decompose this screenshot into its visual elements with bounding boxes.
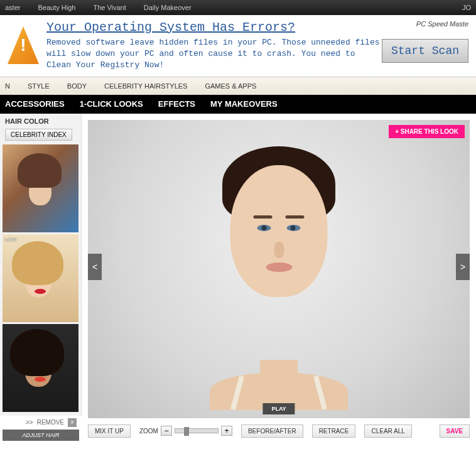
topbar-links: aster Beauty High The Vivant Daily Makeo…	[5, 4, 192, 11]
topbar-link[interactable]: Beauty High	[38, 4, 75, 11]
ad-banner: ! Your Operating System Has Errors? Remo…	[0, 15, 476, 77]
prev-arrow-button[interactable]: <	[88, 254, 102, 280]
warning-icon: !	[8, 26, 39, 64]
adjust-hair-button[interactable]: ADJUST HAIR	[3, 430, 79, 441]
close-icon[interactable]: ×	[68, 418, 77, 427]
save-button[interactable]: SAVE	[440, 425, 470, 438]
hairstyle-thumb[interactable]	[3, 324, 78, 412]
hairstyle-thumb[interactable]: LOW	[3, 234, 78, 322]
nav-item[interactable]: 1-CLICK LOOKS	[80, 99, 143, 109]
nav-item[interactable]: CELEBRITY HAIRSTYLES	[104, 82, 187, 90]
thumbnail-list: LOW	[3, 144, 78, 412]
makeover-canvas: + SHARE THIS LOOK < > PLAY	[88, 120, 470, 418]
ad-right: PC Speed Maste Start Scan	[382, 20, 468, 63]
zoom-thumb[interactable]	[184, 427, 189, 436]
nav-item[interactable]: ACCESSORIES	[5, 99, 65, 109]
ad-title[interactable]: Your Operating System Has Errors?	[46, 20, 382, 35]
main-area: HAIR COLOR CELEBRITY INDEX LOW >> REMOVE…	[0, 114, 476, 444]
topbar-join[interactable]: JO	[462, 4, 471, 11]
ad-body: Removed software leave hidden files in y…	[46, 37, 382, 72]
play-button[interactable]: PLAY	[262, 403, 295, 414]
secondary-nav: ACCESSORIES 1-CLICK LOOKS EFFECTS MY MAK…	[0, 95, 476, 114]
primary-nav: N STYLE BODY CELEBRITY HAIRSTYLES GAMES …	[0, 77, 476, 95]
topbar-link[interactable]: The Vivant	[93, 4, 126, 11]
zoom-slider[interactable]	[175, 428, 219, 433]
sidebar-bottom: >> REMOVE × ADJUST HAIR	[0, 416, 82, 443]
ad-content: Your Operating System Has Errors? Remove…	[46, 20, 382, 72]
remove-row: >> REMOVE ×	[3, 418, 79, 427]
remove-label: REMOVE	[37, 419, 64, 426]
before-after-button[interactable]: BEFORE/AFTER	[241, 425, 303, 438]
hairstyle-thumb[interactable]	[3, 144, 78, 232]
sidebar: HAIR COLOR CELEBRITY INDEX LOW	[0, 114, 82, 416]
mix-it-up-button[interactable]: MIX IT UP	[88, 425, 131, 438]
canvas-toolbar: MIX IT UP ZOOM − + BEFORE/AFTER RETRACE …	[88, 418, 470, 438]
zoom-out-button[interactable]: −	[161, 426, 172, 436]
zoom-label: ZOOM	[139, 428, 158, 435]
start-scan-button[interactable]: Start Scan	[382, 39, 468, 63]
nav-item[interactable]: EFFECTS	[158, 99, 195, 109]
nav-item[interactable]: BODY	[67, 82, 87, 90]
retrace-button[interactable]: RETRACE	[312, 425, 356, 438]
nav-item[interactable]: MY MAKEOVERS	[210, 99, 278, 109]
model-face-image	[191, 127, 367, 410]
zoom-control: ZOOM − +	[139, 426, 232, 436]
ad-brand: PC Speed Maste	[416, 20, 468, 28]
canvas-area: + SHARE THIS LOOK < > PLAY	[82, 114, 476, 444]
celebrity-index-button[interactable]: CELEBRITY INDEX	[5, 129, 72, 141]
topbar-link[interactable]: Daily Makeover	[144, 4, 192, 11]
clear-all-button[interactable]: CLEAR ALL	[364, 425, 411, 438]
sidebar-title: HAIR COLOR	[3, 117, 78, 125]
next-arrow-button[interactable]: >	[456, 254, 470, 280]
sidebar-column: HAIR COLOR CELEBRITY INDEX LOW >> REMOVE…	[0, 114, 82, 444]
zoom-in-button[interactable]: +	[221, 426, 232, 436]
nav-item[interactable]: N	[5, 82, 10, 90]
topbar-link[interactable]: aster	[5, 4, 20, 11]
share-look-button[interactable]: + SHARE THIS LOOK	[389, 125, 465, 138]
topbar-right: JO	[462, 3, 471, 12]
nav-item[interactable]: STYLE	[28, 82, 50, 90]
arrows-label: >>	[26, 419, 33, 426]
nav-item[interactable]: GAMES & APPS	[205, 82, 256, 90]
thumb-label: LOW	[5, 237, 16, 242]
top-network-bar: aster Beauty High The Vivant Daily Makeo…	[0, 0, 476, 15]
